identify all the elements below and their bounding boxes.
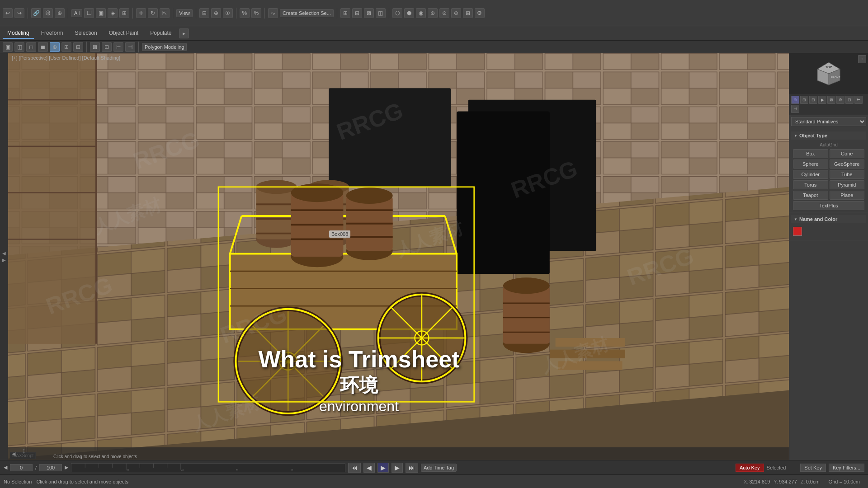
- tab-populate[interactable]: Populate: [146, 28, 176, 39]
- select2-icon[interactable]: ▣: [96, 8, 106, 18]
- link-icon[interactable]: 🔗: [31, 8, 41, 18]
- viewport-3d[interactable]: RRCG RRCG RRCG RRCG RRCG RRCG 人人素材 人人素材 …: [8, 53, 789, 460]
- rotate-icon[interactable]: ↻: [148, 8, 158, 18]
- table2-icon[interactable]: ⊟: [352, 8, 362, 18]
- tab-object-paint[interactable]: Object Paint: [104, 28, 143, 39]
- sub2-icon[interactable]: ◫: [14, 42, 24, 52]
- render7-icon[interactable]: ⊞: [463, 8, 473, 18]
- sub7-icon[interactable]: ⊠: [90, 42, 100, 52]
- obj-btn-pyramid[interactable]: Pyramid: [830, 180, 865, 189]
- settings-icon[interactable]: ⚙: [475, 8, 485, 18]
- render-icon[interactable]: ⬡: [392, 8, 402, 18]
- sub4-icon[interactable]: ◼: [38, 42, 48, 52]
- rp-create-icon[interactable]: ⊕: [791, 96, 799, 104]
- tab-selection[interactable]: Selection: [70, 28, 101, 39]
- svg-text:40: 40: [181, 468, 184, 471]
- obj-btn-cone[interactable]: Cone: [830, 149, 865, 158]
- undo-icon[interactable]: ↩: [3, 8, 13, 18]
- play-last-btn[interactable]: ⏭: [406, 463, 418, 473]
- primitives-dropdown[interactable]: Standard Primitives: [791, 117, 866, 126]
- table3-icon[interactable]: ⊠: [364, 8, 374, 18]
- scale-icon[interactable]: ⇱: [160, 8, 170, 18]
- render2-icon[interactable]: ⬢: [404, 8, 414, 18]
- table4-icon[interactable]: ◫: [376, 8, 386, 18]
- sub10-icon[interactable]: ⊣: [125, 42, 135, 52]
- curve-icon[interactable]: ∿: [268, 8, 278, 18]
- svg-rect-71: [503, 286, 550, 344]
- name-color-section: Name and Color: [789, 213, 868, 241]
- object-type-buttons: Box Cone Sphere GeoSphere Cylinder Tube …: [791, 148, 866, 211]
- nav-cube-svg[interactable]: TOP FRONT: [815, 60, 842, 87]
- sub1-icon[interactable]: ▣: [3, 42, 13, 52]
- bind-icon[interactable]: ⊕: [55, 8, 65, 18]
- rp-extra1-icon[interactable]: ⊡: [845, 96, 854, 104]
- align-icon[interactable]: ⊟: [199, 8, 209, 18]
- obj-btn-cylinder[interactable]: Cylinder: [793, 170, 828, 179]
- prev-frame-btn[interactable]: ◀: [363, 463, 375, 473]
- unlink-icon[interactable]: ⛓: [43, 8, 53, 18]
- add-time-tag-btn[interactable]: Add Time Tag: [421, 464, 457, 472]
- frame-total[interactable]: 100: [39, 464, 62, 471]
- obj-btn-box[interactable]: Box: [793, 149, 828, 158]
- viewport-plus-icon[interactable]: +: [858, 55, 866, 63]
- select3-icon[interactable]: ◈: [108, 8, 118, 18]
- frame-current[interactable]: 0: [10, 464, 33, 471]
- obj-btn-sphere[interactable]: Sphere: [793, 160, 828, 169]
- render6-icon[interactable]: ⊜: [451, 8, 461, 18]
- view-dropdown[interactable]: View: [176, 9, 193, 17]
- render5-icon[interactable]: ⊝: [439, 8, 449, 18]
- snap-icon[interactable]: ⊕: [211, 8, 221, 18]
- obj-btn-teapot[interactable]: Teapot: [793, 191, 828, 200]
- sub-toolbar: ▣ ◫ ◻ ◼ ⊕ ⊞ ⊟ ⊠ ⊡ ⊢ ⊣ Polygon Modeling: [0, 41, 868, 53]
- timeline-prev[interactable]: ◀: [4, 465, 7, 470]
- left-panel-toggle[interactable]: ◀ ▶: [0, 53, 8, 460]
- rp-extra2-icon[interactable]: ⊢: [854, 96, 863, 104]
- rp-display-icon[interactable]: ⊠: [827, 96, 835, 104]
- rp-modify-icon[interactable]: ⊞: [800, 96, 808, 104]
- rp-utilities-icon[interactable]: ⚙: [836, 96, 844, 104]
- tab-modeling[interactable]: Modeling: [3, 28, 34, 39]
- percent2-icon[interactable]: %: [251, 8, 261, 18]
- tab-freeform[interactable]: Freeform: [37, 28, 68, 39]
- all-dropdown[interactable]: All: [71, 9, 82, 17]
- sub8-icon[interactable]: ⊡: [102, 42, 112, 52]
- table-icon[interactable]: ⊞: [340, 8, 350, 18]
- select4-icon[interactable]: ⊞: [119, 8, 129, 18]
- render3-icon[interactable]: ◉: [416, 8, 426, 18]
- obj-btn-tube[interactable]: Tube: [830, 170, 865, 179]
- sub3-icon[interactable]: ◻: [26, 42, 36, 52]
- sub9-icon[interactable]: ⊢: [113, 42, 123, 52]
- next-frame-btn[interactable]: ▶: [392, 463, 403, 473]
- viewport-nav-left[interactable]: ◀: [12, 451, 15, 457]
- polygon-modeling-btn[interactable]: Polygon Modeling: [142, 43, 187, 51]
- obj-btn-textplus[interactable]: TextPlus: [793, 201, 864, 210]
- redo-icon[interactable]: ↪: [14, 8, 24, 18]
- select-icon[interactable]: ☐: [84, 8, 94, 18]
- frame-sep: /: [35, 465, 37, 470]
- timeline-next[interactable]: ▶: [65, 465, 68, 470]
- timeline-track[interactable]: 20 40 60 80: [71, 463, 345, 472]
- render4-icon[interactable]: ⊛: [428, 8, 438, 18]
- sub6-icon[interactable]: ⊟: [73, 42, 83, 52]
- percent-icon[interactable]: %: [240, 8, 250, 18]
- snap2-icon[interactable]: ①: [223, 8, 233, 18]
- autokey-btn[interactable]: Auto Key: [736, 464, 764, 472]
- color-swatch[interactable]: [793, 227, 802, 236]
- play-btn[interactable]: ▶: [377, 463, 389, 473]
- create-selection-btn[interactable]: Create Selection Se...: [280, 9, 334, 17]
- rp-extra3-icon[interactable]: ⊣: [791, 105, 799, 113]
- obj-btn-geosphere[interactable]: GeoSphere: [830, 160, 865, 169]
- move-icon[interactable]: ✛: [136, 8, 146, 18]
- play-first-btn[interactable]: ⏮: [348, 463, 361, 473]
- name-color-header[interactable]: Name and Color: [791, 215, 866, 223]
- obj-btn-torus[interactable]: Torus: [793, 180, 828, 189]
- set-key-btn[interactable]: Set Key: [800, 464, 826, 472]
- key-filters-btn[interactable]: Key Filters...: [829, 464, 864, 472]
- sub5-icon[interactable]: ⊞: [61, 42, 71, 52]
- rp-motion-icon[interactable]: ▶: [818, 96, 826, 104]
- rp-hierarchy-icon[interactable]: ⊟: [809, 96, 817, 104]
- active-icon[interactable]: ⊕: [50, 42, 60, 52]
- obj-btn-plane[interactable]: Plane: [830, 191, 865, 200]
- object-type-header[interactable]: Object Type: [791, 131, 866, 140]
- more-icon[interactable]: ▸: [179, 28, 189, 38]
